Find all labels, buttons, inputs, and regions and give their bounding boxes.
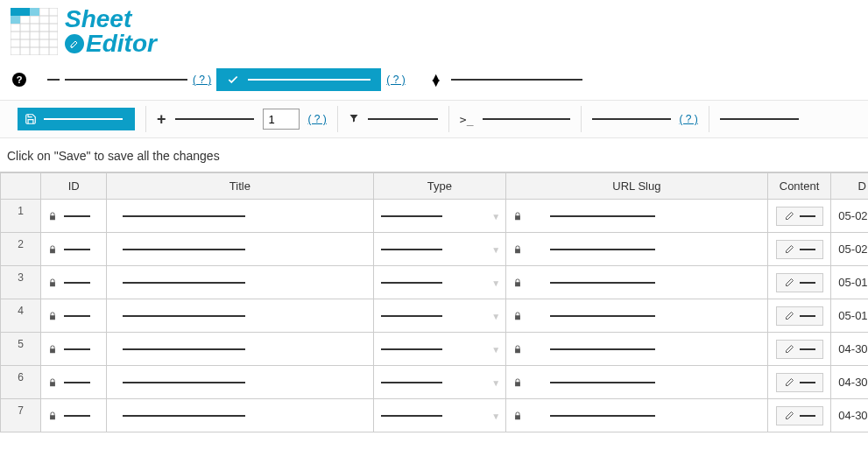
save-hint: Click on "Save" to save all the changes: [0, 138, 868, 172]
svg-rect-14: [11, 8, 30, 16]
pencil-icon: [784, 411, 794, 421]
add-rows-icon[interactable]: +: [157, 110, 166, 129]
sort-icon[interactable]: ▲▼: [430, 74, 442, 85]
app-logo: Sheet Editor: [0, 0, 868, 63]
row-number[interactable]: 2: [1, 233, 41, 266]
col-header-type[interactable]: Type: [373, 173, 505, 200]
chevron-down-icon: ▼: [491, 311, 500, 320]
cell-type[interactable]: ▼: [373, 333, 505, 366]
row-number[interactable]: 5: [1, 333, 41, 366]
cell-type[interactable]: ▼: [373, 399, 505, 432]
cell-title[interactable]: [107, 366, 374, 399]
chevron-down-icon: ▼: [491, 377, 500, 387]
chevron-down-icon: ▼: [491, 344, 500, 354]
table-row: 7 ▼ 04: [1, 399, 869, 432]
cell-date[interactable]: 04-30: [831, 399, 868, 432]
cell-id[interactable]: [41, 366, 107, 399]
lock-icon: [513, 411, 522, 421]
cell-title[interactable]: [107, 233, 374, 266]
cell-title[interactable]: [107, 299, 374, 333]
cell-slug[interactable]: [506, 333, 768, 366]
cell-date[interactable]: 04-30: [831, 366, 868, 399]
apply-button[interactable]: [216, 68, 381, 91]
cell-title[interactable]: [107, 200, 374, 233]
row-number[interactable]: 4: [1, 299, 41, 333]
help-link-1[interactable]: ( ? ): [193, 74, 211, 86]
cell-title[interactable]: [107, 266, 374, 299]
lock-icon: [513, 244, 522, 255]
chevron-down-icon: ▼: [491, 244, 500, 254]
cell-slug[interactable]: [506, 366, 768, 399]
lock-icon: [48, 211, 57, 221]
row-number[interactable]: 1: [1, 200, 41, 233]
cell-date[interactable]: 05-02: [831, 233, 868, 266]
cell-title[interactable]: [107, 399, 374, 432]
cell-date[interactable]: 05-01: [831, 266, 868, 299]
cell-type[interactable]: ▼: [373, 266, 505, 299]
col-header-rownum[interactable]: [1, 173, 41, 200]
cell-type[interactable]: ▼: [373, 299, 505, 333]
cell-date[interactable]: 05-01: [831, 299, 868, 333]
toolbar-primary: ? ( ? ) ( ? ) ▲▼: [0, 63, 868, 100]
edit-content-button[interactable]: [776, 406, 823, 425]
cell-date[interactable]: 05-02: [831, 200, 868, 233]
logo-editor-icon: [65, 34, 84, 53]
edit-content-button[interactable]: [776, 373, 823, 392]
cell-content: [767, 399, 831, 432]
lock-icon: [48, 411, 57, 421]
pencil-icon: [784, 244, 794, 255]
cell-slug[interactable]: [506, 233, 768, 266]
cell-type[interactable]: ▼: [373, 200, 505, 233]
add-rows-label: [175, 118, 254, 120]
row-number[interactable]: 6: [1, 366, 41, 399]
lock-icon: [513, 278, 522, 288]
col-header-slug[interactable]: URL Slug: [506, 173, 768, 200]
cell-slug[interactable]: [506, 299, 768, 333]
chevron-down-icon: ▼: [491, 411, 500, 420]
data-grid: ID Title Type URL Slug Content D 1 ▼: [0, 172, 868, 432]
col-header-title[interactable]: Title: [107, 173, 374, 200]
lock-icon: [513, 311, 522, 321]
rows-count-input[interactable]: [263, 109, 300, 130]
cell-content: [767, 266, 831, 299]
terminal-icon[interactable]: >_: [460, 113, 474, 126]
lock-icon: [48, 278, 57, 288]
filter-icon[interactable]: [349, 113, 359, 126]
col-header-id[interactable]: ID: [41, 173, 107, 200]
edit-content-button[interactable]: [776, 340, 823, 359]
cell-slug[interactable]: [506, 200, 768, 233]
check-icon: [227, 74, 239, 86]
help-icon[interactable]: ?: [12, 73, 26, 87]
table-row: 4 ▼ 05: [1, 299, 869, 333]
row-number[interactable]: 7: [1, 399, 41, 432]
edit-content-button[interactable]: [776, 273, 823, 292]
cell-id[interactable]: [41, 299, 107, 333]
cell-id[interactable]: [41, 266, 107, 299]
lock-icon: [513, 377, 522, 388]
grid-wrapper: ID Title Type URL Slug Content D 1 ▼: [0, 172, 868, 432]
row-number[interactable]: 3: [1, 266, 41, 299]
sort-label-bar: [451, 79, 582, 81]
edit-content-button[interactable]: [776, 306, 823, 326]
cell-slug[interactable]: [506, 399, 768, 432]
edit-content-button[interactable]: [776, 240, 823, 259]
col-header-date[interactable]: D: [831, 173, 868, 200]
edit-content-button[interactable]: [776, 207, 823, 226]
cell-content: [767, 333, 831, 366]
col-header-content[interactable]: Content: [767, 173, 831, 200]
save-button[interactable]: [18, 108, 135, 130]
cell-title[interactable]: [107, 333, 374, 366]
cell-id[interactable]: [41, 333, 107, 366]
cell-id[interactable]: [41, 399, 107, 432]
toolbar-secondary: + ( ? ) >_ ( ? ): [0, 100, 868, 138]
help-link-rows[interactable]: ( ? ): [308, 113, 327, 125]
help-link-2[interactable]: ( ? ): [386, 74, 405, 86]
header-row: ID Title Type URL Slug Content D: [1, 173, 869, 200]
cell-id[interactable]: [41, 200, 107, 233]
cell-slug[interactable]: [506, 266, 768, 299]
cell-type[interactable]: ▼: [373, 366, 505, 399]
cell-type[interactable]: ▼: [373, 233, 505, 266]
cell-date[interactable]: 04-30: [831, 333, 868, 366]
help-link-4[interactable]: ( ? ): [680, 113, 698, 125]
cell-id[interactable]: [41, 233, 107, 266]
